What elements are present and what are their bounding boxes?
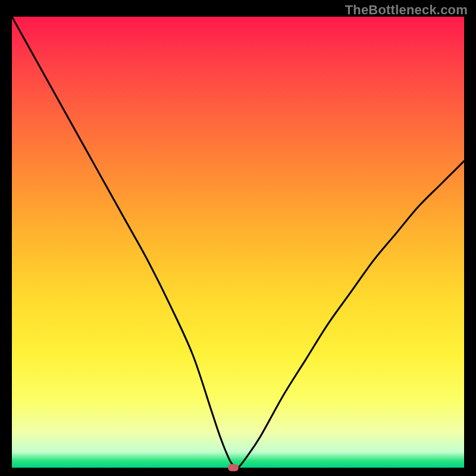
plot-area	[12, 17, 464, 468]
watermark-text: TheBottleneck.com	[345, 2, 468, 18]
chart-frame: TheBottleneck.com	[0, 0, 476, 476]
bottleneck-curve	[12, 17, 464, 468]
minimum-marker	[228, 464, 239, 471]
